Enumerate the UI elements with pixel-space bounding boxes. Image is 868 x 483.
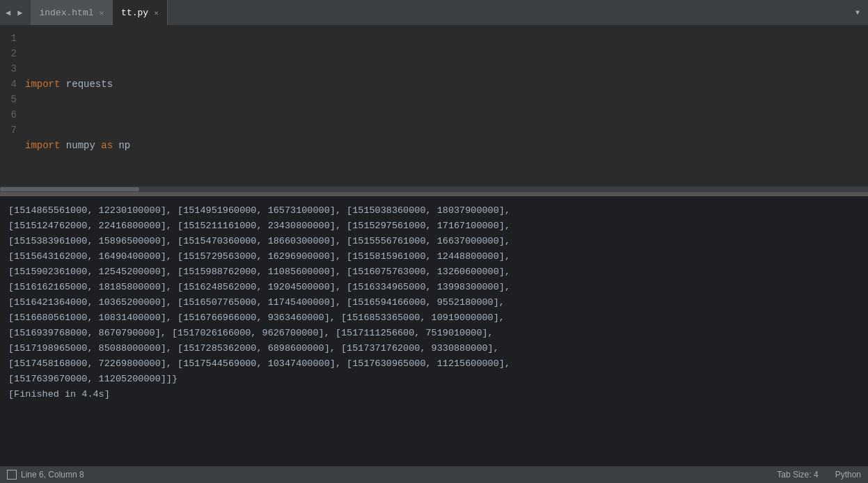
nav-arrows: ◀ ▶ [3, 6, 25, 19]
tab-tt-py[interactable]: tt.py ✕ [113, 0, 168, 25]
status-left: Line 6, Column 8 [7, 470, 84, 480]
status-right: Tab Size: 4 Python [777, 470, 861, 480]
tab-index-html-close[interactable]: ✕ [99, 8, 104, 17]
tab-tt-py-close[interactable]: ✕ [154, 8, 159, 17]
tab-bar: ◀ ▶ index.html ✕ tt.py ✕ ▼ [0, 0, 868, 25]
tab-tt-py-label: tt.py [121, 8, 148, 18]
nav-back-arrow[interactable]: ◀ [3, 6, 13, 19]
tab-index-html[interactable]: index.html ✕ [31, 0, 113, 25]
editor-scrollbar[interactable] [0, 187, 868, 192]
tab-dropdown-arrow[interactable]: ▼ [850, 6, 865, 19]
main-layout: 1 2 3 4 5 6 7 import requests import num… [0, 25, 868, 483]
line-numbers: 1 2 3 4 5 6 7 [0, 25, 22, 187]
editor-scrollbar-thumb [0, 187, 139, 191]
tab-index-html-label: index.html [39, 8, 93, 18]
status-language: Python [835, 470, 861, 480]
status-line-col: Line 6, Column 8 [21, 470, 84, 480]
code-editor[interactable]: import requests import numpy as np impor… [22, 25, 868, 187]
editor-area: 1 2 3 4 5 6 7 import requests import num… [0, 25, 868, 187]
status-tab-size: Tab Size: 4 [777, 470, 818, 480]
console-output: [1514865561000, 12230100000], [151495196… [0, 196, 868, 483]
status-bar: Line 6, Column 8 Tab Size: 4 Python [0, 466, 868, 483]
console-wrapper: [1514865561000, 12230100000], [151495196… [0, 196, 868, 483]
status-icon [7, 470, 17, 480]
nav-forward-arrow[interactable]: ▶ [15, 6, 25, 19]
